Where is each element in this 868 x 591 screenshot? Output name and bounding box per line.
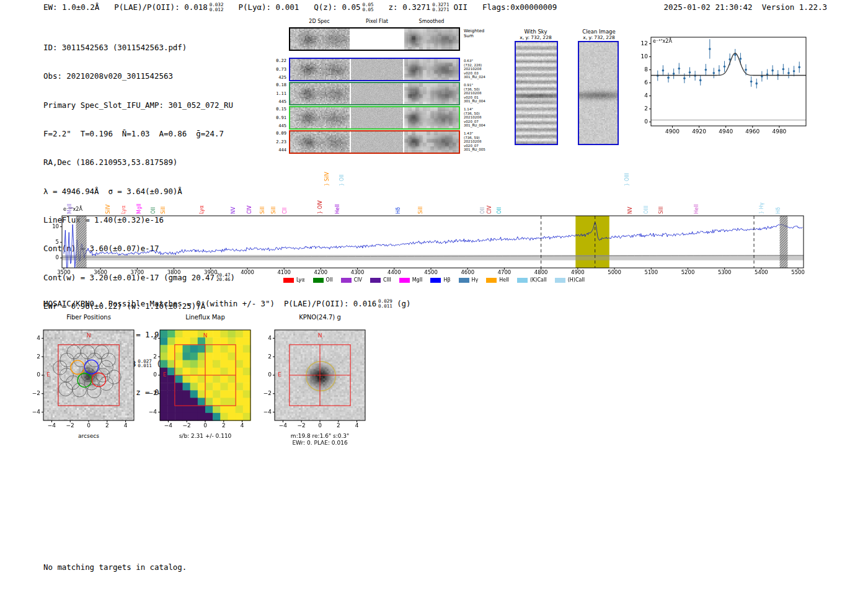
header-plae-uncertainty: 0.0320.012 xyxy=(210,2,224,12)
fiber-detail-label: 0.63"(732, 228)20210208v020_03301_RU_024 xyxy=(464,59,485,79)
kpno-cutout-plot xyxy=(252,322,376,432)
fiber-weight-value: 445 xyxy=(273,124,286,128)
header-plae-value: P(LAE)/P(OII): 0.018 xyxy=(114,2,208,12)
fiber-positions-plot xyxy=(21,322,145,432)
fiber-detail-line: 20210208 xyxy=(464,91,485,96)
fiber-detail-label: 1.43"(736, 59)20210208v020_07301_RU_005 xyxy=(464,131,485,152)
fiber-detail-line: 301_RU_004 xyxy=(464,123,485,128)
2d-spec-image xyxy=(290,83,350,104)
header-plya: P(Lyα): 0.001 xyxy=(238,2,299,12)
legend-swatch xyxy=(370,278,381,283)
header-ew: EW: 1.0±0.2Å xyxy=(43,2,99,12)
weighted-sum-row xyxy=(289,27,460,51)
legend-label: MgII xyxy=(412,277,423,283)
header-qz-value: Q(z): 0.05 xyxy=(314,2,360,12)
legend-label: (H)CaII xyxy=(568,277,585,283)
fiber-cutout-row-3 xyxy=(289,106,460,130)
header-z-uncertainty: 0.32710.3271 xyxy=(432,2,449,12)
kpno-cutout-title: KPNO(24.7) g xyxy=(258,314,382,321)
legend-item: Lyα xyxy=(283,277,305,283)
legend-label: CIII xyxy=(383,277,391,283)
2d-spec-image xyxy=(290,131,350,153)
header-flags: Flags:0x00000009 xyxy=(482,2,557,12)
mosaic-pre: MOSAIC/KPNO : Possible Matches = 0 (with… xyxy=(43,299,376,308)
fiber-cutout-row-2 xyxy=(289,82,460,105)
fiber-weight-value: 0.18 xyxy=(273,83,286,87)
header-qz: Q(z): 0.050.050.05 xyxy=(314,2,373,12)
legend-swatch xyxy=(313,278,324,283)
fiber-weight-labels: 0.220.73425 xyxy=(273,59,286,80)
fiber-weight-labels: 0.150.91445 xyxy=(273,107,286,128)
lineflux-map-title: Lineflux Map xyxy=(143,314,267,321)
fiber-detail-line: Sum xyxy=(464,33,484,38)
header-z-line-id: OII xyxy=(453,2,467,12)
spectrum-legend: LyαOIICIVCIIIMgIIHβHγHeII(K)CaII(H)CaII xyxy=(37,277,831,283)
header-summary-line: EW: 1.0±0.2Å P(LAE)/P(OII): 0.0180.0320.… xyxy=(43,2,557,12)
fiber-detail-label: 0.91"(736, 50)20210208v020_01301_RU_004 xyxy=(464,83,485,104)
fiber-detail-line: (736, 50) xyxy=(464,112,485,116)
fiber-weight-value: 2.23 xyxy=(273,140,286,144)
pixel-flat-image xyxy=(351,131,403,153)
pixel-flat-image xyxy=(351,83,403,104)
fiber-weight-labels: 0.181.11445 xyxy=(273,83,286,104)
mosaic-kpno-summary: MOSAIC/KPNO : Possible Matches = 0 (with… xyxy=(43,299,411,309)
kpno-xlabel-line2: EWr: 0. PLAE: 0.016 xyxy=(258,440,382,447)
fiber-detail-line: v020_01 xyxy=(464,96,485,100)
lineflux-map-xlabel: s/b: 2.31 +/- 0.110 xyxy=(143,433,267,440)
legend-label: HeII xyxy=(499,277,509,283)
clean-image-coords: x, y: 732, 228 xyxy=(573,35,625,40)
clean-image xyxy=(579,42,618,144)
fiber-weight-labels: 0.092.23444 xyxy=(273,131,286,153)
smoothed-image xyxy=(404,83,459,104)
fiber-detail-line: Weighted xyxy=(464,29,484,33)
smoothed-image xyxy=(404,59,459,80)
legend-swatch xyxy=(283,278,294,283)
footer-notes: No matching targets in catalog. Row inte… xyxy=(43,543,187,591)
pixel-flat-image xyxy=(351,29,403,50)
legend-swatch xyxy=(430,278,441,283)
legend-label: (K)CaII xyxy=(530,277,547,283)
info-spec-slot: Primary Spec_Slot_IFU_AMP: 301_052_072_R… xyxy=(43,100,233,110)
fiber-detail-line: 0.91" xyxy=(464,83,485,87)
smoothed-image xyxy=(404,131,459,153)
fiber-detail-line: (736, 59) xyxy=(464,136,485,140)
header-timestamp: 2025-01-02 21:30:42 Version 1.22.3 xyxy=(664,2,827,12)
emission-line-fit-plot xyxy=(625,29,823,138)
fiber-detail-line: 1.43" xyxy=(464,131,485,136)
fiber-weight-value: 445 xyxy=(273,100,286,104)
with-sky-image xyxy=(516,42,557,144)
fiber-detail-line: 301_RU_024 xyxy=(464,75,485,79)
info-obs: Obs: 20210208v020_3011542563 xyxy=(43,71,173,81)
fiber-cutout-row-1 xyxy=(289,58,460,81)
legend-item: Hβ xyxy=(430,277,450,283)
legend-swatch xyxy=(517,278,528,283)
fiber-detail-line: 301_RU_004 xyxy=(464,99,485,104)
clean-image-panel-title: Clean Image x, y: 732, 228 xyxy=(573,29,625,40)
lineflux-map-plot xyxy=(138,322,262,432)
with-sky-title: With Sky xyxy=(510,29,562,35)
fiber-positions-xlabel: arcsecs xyxy=(27,433,151,440)
legend-label: CIV xyxy=(354,277,362,283)
mosaic-uncertainty: 0.0290.011 xyxy=(378,299,392,309)
with-sky-frame xyxy=(515,41,558,145)
footer-line-1: No matching targets in catalog. xyxy=(43,562,187,572)
uncertainty-lower: 0.05 xyxy=(363,7,374,12)
fiber-weight-value: 0.15 xyxy=(273,107,286,112)
2d-spec-image xyxy=(290,29,350,50)
smoothed-image xyxy=(404,29,459,50)
legend-item: CIV xyxy=(341,277,362,283)
uncertainty-lower: 0.3271 xyxy=(432,7,449,12)
fiber-detail-line: 0.63" xyxy=(464,59,485,63)
fiber-weight-value: 0.09 xyxy=(273,131,286,136)
2d-spec-image xyxy=(290,107,350,128)
legend-item: MgII xyxy=(399,277,423,283)
fiber-detail-line: 20210208 xyxy=(464,67,485,71)
header-z-value: z: 0.3271 xyxy=(389,2,431,12)
header-redshift: z: 0.32710.32710.3271OII xyxy=(389,2,467,12)
info-id: ID: 3011542563 (3011542563.pdf) xyxy=(43,43,187,52)
legend-swatch xyxy=(459,278,469,283)
fiber-weight-value: 1.11 xyxy=(273,92,286,96)
fiber-detail-line: 1.14" xyxy=(464,107,485,112)
legend-swatch xyxy=(555,278,565,283)
info-photometry: F=2.2" T=0.196 N̄=1.03 A=0.86 ḡ=24.7 xyxy=(43,129,224,138)
